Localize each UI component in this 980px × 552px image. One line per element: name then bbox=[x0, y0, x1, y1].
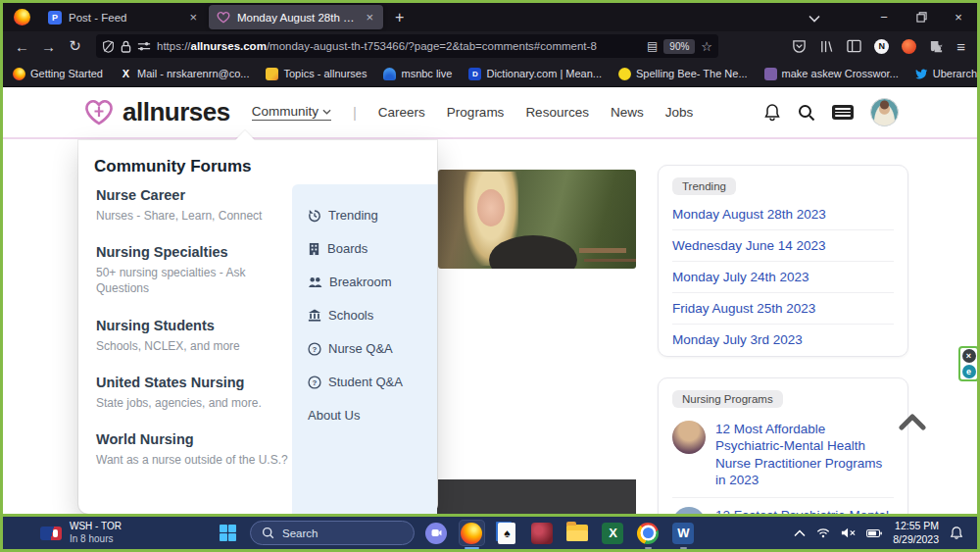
bookmark-crossword[interactable]: make askew Crosswor... bbox=[764, 68, 899, 80]
tab-close-icon[interactable]: × bbox=[364, 10, 375, 25]
tracking-protection-shield-icon[interactable] bbox=[102, 40, 115, 53]
category-nursing-specialties[interactable]: Nursing Specialties 50+ nursing specialt… bbox=[96, 244, 292, 296]
hidden-icons-chevron[interactable] bbox=[794, 529, 806, 537]
article-title[interactable]: 12 Fastest Psychiatric-Mental Health Nur… bbox=[715, 507, 894, 514]
volume-muted-icon[interactable] bbox=[841, 527, 856, 538]
link-about-us[interactable]: About Us bbox=[308, 408, 437, 423]
extension-n-icon[interactable]: N bbox=[874, 39, 889, 54]
category-world-nursing[interactable]: World Nursing Want as a nurse outside of… bbox=[96, 431, 292, 468]
user-avatar[interactable] bbox=[870, 98, 899, 126]
taskbar-word-icon[interactable]: W bbox=[670, 520, 697, 546]
category-nursing-students[interactable]: Nursing Students Schools, NCLEX, and mor… bbox=[96, 318, 292, 354]
bookmark-msnbc[interactable]: msnbc live bbox=[383, 68, 452, 80]
browser-tab-allnurses[interactable]: Monday August 28th 2023 - Pag × bbox=[209, 5, 383, 29]
widget-close-icon[interactable]: × bbox=[962, 349, 976, 363]
chevron-down-icon bbox=[322, 109, 331, 115]
trending-link[interactable]: Monday July 3rd 2023 bbox=[672, 325, 894, 355]
browser-tab-post-feed[interactable]: P Post - Feed × bbox=[40, 5, 207, 29]
post-image-partial bbox=[434, 479, 636, 514]
nav-careers[interactable]: Careers bbox=[378, 105, 425, 120]
extensions-puzzle-icon[interactable] bbox=[929, 39, 944, 54]
url-text[interactable]: https://allnurses.com/monday-august-th-t… bbox=[157, 40, 641, 52]
start-button[interactable] bbox=[215, 520, 241, 546]
header-actions bbox=[763, 98, 899, 126]
twitter-bird-icon bbox=[915, 69, 928, 79]
search-icon[interactable] bbox=[798, 104, 815, 122]
taskbar-excel-icon[interactable]: X bbox=[600, 520, 626, 546]
category-united-states-nursing[interactable]: United States Nursing State jobs, agenci… bbox=[96, 375, 292, 411]
taskbar-search[interactable] bbox=[250, 521, 415, 545]
link-breakroom[interactable]: Breakroom bbox=[308, 275, 437, 289]
taskbar-solitaire-icon[interactable]: ♠ bbox=[494, 520, 520, 546]
site-header: allnurses Community | Careers Programs R… bbox=[3, 87, 977, 139]
taskbar-clock[interactable]: 12:55 PM8/29/2023 bbox=[893, 520, 939, 546]
link-boards[interactable]: Boards bbox=[308, 241, 437, 256]
address-bar[interactable]: https://allnurses.com/monday-august-th-t… bbox=[96, 34, 718, 58]
bookmark-topics-allnurses[interactable]: Topics - allnurses bbox=[266, 68, 367, 80]
library-icon[interactable] bbox=[819, 39, 834, 54]
breakroom-users-icon bbox=[308, 276, 322, 288]
link-trending[interactable]: Trending bbox=[308, 208, 437, 223]
scroll-to-top-button[interactable] bbox=[899, 413, 926, 434]
widget-logo-icon[interactable]: e bbox=[962, 365, 976, 378]
forums-list-icon[interactable] bbox=[832, 105, 854, 120]
program-article[interactable]: 12 Most Affordable Psychiatric-Mental He… bbox=[672, 412, 894, 498]
dropdown-quick-links: Trending Boards Breakroom Schools ? Nurs… bbox=[292, 184, 437, 514]
nav-jobs[interactable]: Jobs bbox=[665, 105, 694, 120]
window-border-line bbox=[0, 514, 980, 517]
sidebar-toggle-icon[interactable] bbox=[847, 39, 861, 53]
post-hero-image bbox=[438, 170, 636, 269]
bookmark-star-icon[interactable]: ☆ bbox=[701, 39, 712, 54]
trending-link[interactable]: Friday August 25th 2023 bbox=[672, 293, 894, 325]
category-nurse-career[interactable]: Nurse Career Nurses - Share, Learn, Conn… bbox=[96, 187, 292, 224]
taskbar-chrome-icon[interactable] bbox=[635, 520, 662, 546]
nav-community[interactable]: Community bbox=[252, 104, 331, 121]
restore-button[interactable] bbox=[903, 3, 940, 31]
zoom-level-badge[interactable]: 90% bbox=[663, 39, 695, 54]
bookmark-mail[interactable]: XMail - nrskarenrn@co... bbox=[120, 68, 249, 80]
coupon-extension-widget[interactable]: × e bbox=[958, 346, 977, 381]
forward-button[interactable]: → bbox=[35, 38, 62, 55]
reader-mode-icon[interactable]: ▤ bbox=[647, 39, 658, 53]
tab-close-icon[interactable]: × bbox=[187, 10, 199, 25]
notifications-bell-icon[interactable] bbox=[763, 103, 781, 122]
bookmark-twitter[interactable]: Uberarchangel (@ube... bbox=[915, 68, 980, 79]
search-input[interactable] bbox=[282, 527, 390, 539]
taskbar-chat-icon[interactable] bbox=[423, 520, 450, 546]
back-button[interactable]: ← bbox=[9, 38, 35, 55]
trending-link[interactable]: Wednesday June 14 2023 bbox=[672, 230, 894, 262]
program-article[interactable]: 12 Fastest Psychiatric-Mental Health Nur… bbox=[672, 498, 894, 514]
notifications-bell-icon[interactable] bbox=[950, 526, 963, 540]
nav-resources[interactable]: Resources bbox=[525, 105, 589, 120]
trending-link[interactable]: Monday August 28th 2023 bbox=[672, 199, 894, 230]
battery-icon[interactable] bbox=[866, 528, 882, 538]
link-student-qa[interactable]: ? Student Q&A bbox=[308, 375, 437, 389]
tab-title: Post - Feed bbox=[69, 12, 180, 24]
permissions-icon[interactable] bbox=[137, 40, 151, 52]
pocket-icon[interactable] bbox=[792, 39, 807, 54]
taskbar-firefox-icon[interactable] bbox=[459, 520, 485, 546]
trending-link[interactable]: Monday July 24th 2023 bbox=[672, 262, 894, 293]
bookmarks-bar: Getting Started XMail - nrskarenrn@co...… bbox=[3, 61, 977, 87]
new-tab-button[interactable]: + bbox=[385, 9, 414, 26]
bookmark-getting-started[interactable]: Getting Started bbox=[13, 68, 103, 80]
taskbar-file-explorer-icon[interactable] bbox=[564, 520, 591, 546]
taskbar-widget[interactable]: WSH - TORIn 8 hours bbox=[40, 521, 122, 545]
article-title[interactable]: 12 Most Affordable Psychiatric-Mental He… bbox=[715, 421, 894, 488]
lock-icon[interactable] bbox=[121, 40, 131, 53]
reload-button[interactable]: ↻ bbox=[62, 37, 88, 55]
link-schools[interactable]: Schools bbox=[308, 308, 437, 323]
close-button[interactable]: × bbox=[940, 3, 977, 31]
list-all-tabs-chevron-icon[interactable] bbox=[808, 9, 820, 26]
adblocker-extension-icon[interactable] bbox=[902, 39, 916, 54]
menu-hamburger-icon[interactable]: ≡ bbox=[956, 38, 965, 55]
wifi-icon[interactable] bbox=[816, 527, 830, 538]
taskbar-game-icon[interactable] bbox=[529, 520, 556, 546]
bookmark-dictionary[interactable]: DDictionary.com | Mean... bbox=[468, 68, 602, 80]
link-nurse-qa[interactable]: ? Nurse Q&A bbox=[308, 341, 437, 356]
nav-programs[interactable]: Programs bbox=[447, 105, 505, 120]
bookmark-spelling-bee[interactable]: Spelling Bee- The Ne... bbox=[618, 68, 748, 80]
allnurses-logo[interactable]: allnurses bbox=[83, 97, 230, 127]
minimize-button[interactable]: − bbox=[865, 3, 903, 31]
nav-news[interactable]: News bbox=[611, 105, 644, 120]
